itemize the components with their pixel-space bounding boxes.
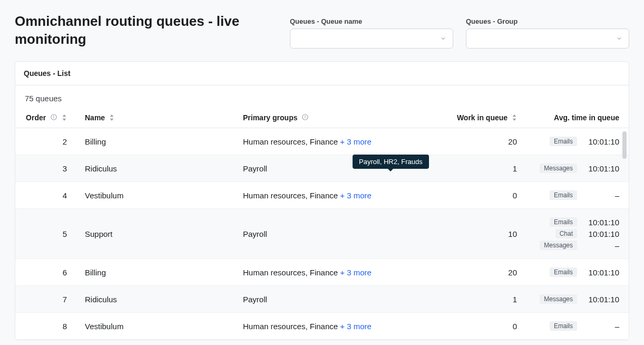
table-row[interactable]: 5SupportPayroll10Emails10:01:10Chat10:01… [15, 209, 629, 259]
avg-time-value: – [587, 191, 619, 200]
cell-name: Ridiculus [79, 286, 237, 313]
channel-badge: Emails [550, 190, 577, 200]
filter-queue-select[interactable] [290, 28, 453, 49]
cell-name: Billing [79, 259, 237, 286]
page-title: Omnichannel routing queues - live monito… [15, 13, 277, 49]
cell-order: 2 [15, 128, 79, 155]
avg-time-value: 10:01:10 [587, 229, 619, 238]
channel-badge: Messages [540, 241, 577, 250]
chevron-down-icon [616, 35, 622, 42]
svg-marker-5 [110, 114, 114, 117]
table-row[interactable]: 7RidiculusPayroll1Messages10:01:10 [15, 286, 629, 313]
cell-avg: Emails– [523, 313, 629, 340]
col-avg-label: Avg. time in queue [554, 113, 619, 122]
cell-work: 10 [439, 209, 523, 259]
col-order[interactable]: Order [15, 108, 79, 128]
filter-group-select[interactable] [466, 28, 629, 49]
cell-order: 5 [15, 209, 79, 259]
cell-name: Support [79, 209, 237, 259]
cell-groups: Human resources, Finance + 3 more [237, 128, 439, 155]
cell-work: 1 [439, 155, 523, 182]
table-row[interactable]: 8VestibulumHuman resources, Finance + 3 … [15, 313, 629, 340]
groups-more-link[interactable]: + 3 more [340, 322, 372, 331]
sort-icon [62, 114, 67, 122]
channel-badge: Emails [550, 137, 577, 146]
col-order-label: Order [26, 113, 46, 122]
cell-work: 20 [439, 259, 523, 286]
card-title: Queues - List [15, 62, 629, 85]
cell-work: 1 [439, 286, 523, 313]
channel-badge: Chat [555, 229, 577, 238]
col-work[interactable]: Work in queue [439, 108, 523, 128]
svg-point-9 [305, 116, 306, 117]
avg-time-value: 10:01:10 [587, 295, 619, 304]
cell-groups: Human resources, Finance + 3 more [237, 313, 439, 340]
chevron-down-icon [440, 35, 446, 42]
cell-avg: Emails10:01:10 [523, 259, 629, 286]
table-row[interactable]: 4VestibulumHuman resources, Finance + 3 … [15, 182, 629, 209]
avg-time-value: 10:01:10 [587, 268, 619, 277]
svg-marker-10 [513, 114, 516, 117]
svg-marker-3 [63, 114, 66, 117]
cell-name: Billing [79, 128, 237, 155]
queues-list-card: Queues - List 75 queues Order Name [15, 61, 629, 341]
col-groups-label: Primary groups [243, 113, 297, 122]
col-avg: Avg. time in queue [523, 108, 629, 128]
groups-more-link[interactable]: + 3 more [340, 191, 372, 200]
groups-text: Payroll [243, 295, 267, 304]
filter-queue-label: Queues - Queue name [290, 17, 453, 25]
queues-table: Order Name Primary groups [15, 108, 629, 340]
avg-time-value: – [587, 241, 619, 250]
groups-text: Payroll [243, 164, 267, 173]
avg-time-value: – [587, 322, 619, 331]
groups-text: Payroll [243, 229, 267, 238]
scrollbar-thumb[interactable] [622, 131, 627, 159]
table-row[interactable]: 3RidiculusPayroll1Messages10:01:10 [15, 155, 629, 182]
cell-work: 20 [439, 128, 523, 155]
channel-badge: Emails [550, 321, 577, 331]
scrollbar[interactable] [622, 131, 627, 337]
filter-group-label: Queues - Group [466, 17, 629, 25]
cell-work: 0 [439, 313, 523, 340]
cell-work: 0 [439, 182, 523, 209]
cell-avg: Messages10:01:10 [523, 155, 629, 182]
channel-badge: Messages [540, 164, 577, 173]
cell-name: Vestibulum [79, 182, 237, 209]
cell-order: 8 [15, 313, 79, 340]
col-groups: Primary groups [237, 108, 439, 128]
cell-avg: Emails10:01:10 [523, 128, 629, 155]
cell-order: 7 [15, 286, 79, 313]
groups-text: Human resources, Finance [243, 322, 340, 331]
svg-marker-4 [63, 119, 66, 121]
avg-time-value: 10:01:10 [587, 218, 619, 227]
table-row[interactable]: 6BillingHuman resources, Finance + 3 mor… [15, 259, 629, 286]
col-work-label: Work in queue [457, 113, 508, 122]
cell-groups: Human resources, Finance + 3 more [237, 182, 439, 209]
cell-groups: Payroll [237, 209, 439, 259]
info-icon [50, 113, 57, 122]
channel-badge: Emails [550, 217, 577, 227]
cell-avg: Emails– [523, 182, 629, 209]
queue-count: 75 queues [15, 85, 629, 108]
col-name[interactable]: Name [79, 108, 237, 128]
info-icon [301, 113, 309, 122]
cell-groups: Payroll [237, 155, 439, 182]
svg-marker-6 [110, 119, 114, 121]
sort-icon [109, 114, 114, 122]
cell-avg: Emails10:01:10Chat10:01:10Messages– [523, 209, 629, 259]
cell-groups: Human resources, Finance + 3 more [237, 259, 439, 286]
cell-groups: Payroll [237, 286, 439, 313]
cell-avg: Messages10:01:10 [523, 286, 629, 313]
cell-order: 6 [15, 259, 79, 286]
cell-name: Ridiculus [79, 155, 237, 182]
cell-order: 4 [15, 182, 79, 209]
svg-point-2 [54, 116, 54, 117]
table-row[interactable]: 2BillingHuman resources, Finance + 3 mor… [15, 128, 629, 155]
avg-time-value: 10:01:10 [587, 164, 619, 173]
groups-text: Human resources, Finance [243, 137, 340, 146]
cell-order: 3 [15, 155, 79, 182]
cell-name: Vestibulum [79, 313, 237, 340]
groups-more-link[interactable]: + 3 more [340, 137, 372, 146]
groups-text: Human resources, Finance [243, 268, 340, 277]
groups-more-link[interactable]: + 3 more [340, 268, 372, 277]
